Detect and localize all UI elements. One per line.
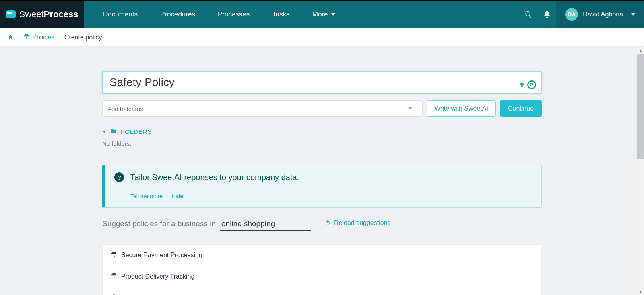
nav-processes[interactable]: Processes [218,10,250,18]
bell-icon[interactable] [538,1,556,28]
umbrella-icon [111,251,117,259]
breadcrumb-home[interactable] [7,34,14,41]
chevron-down-icon [331,13,335,16]
suggestion-label: Secure Payment Processing [121,252,202,259]
continue-button[interactable]: Continue [500,100,542,117]
avatar: DA [565,8,578,21]
breadcrumb-sep: › [58,34,60,40]
top-navbar: SweetProcess Documents Procedures Proces… [0,0,644,28]
nav-documents[interactable]: Documents [103,10,138,18]
suggest-lead: Suggest policies for a business in [102,219,216,228]
chevron-down-icon [408,107,412,110]
teams-placeholder: Add to teams [107,105,143,112]
lightbulb-icon[interactable] [518,81,526,88]
nav-more[interactable]: More [312,10,335,18]
sweetai-headline: Tailor SweetAI reponses to your company … [130,173,299,182]
folders-label: FOLDERS [121,128,152,135]
breadcrumb-current: Create policy [64,34,102,41]
business-type-input[interactable] [220,218,311,231]
umbrella-icon [111,272,117,281]
scroll-thumb[interactable] [637,54,644,159]
suggestion-item[interactable]: Customer Service Response [103,287,541,295]
nav-procedures[interactable]: Procedures [160,10,195,18]
suggestion-item[interactable]: Product Delivery Tracking [103,266,541,287]
page-body: G Add to teams Write with SweetAI Contin… [0,47,644,295]
folders-section: FOLDERS No folders. [102,128,542,147]
policy-title-input[interactable] [109,76,518,89]
chevron-down-icon [631,13,635,16]
nav-links: Documents Procedures Processes Tasks Mor… [84,1,335,28]
user-menu[interactable]: DA David Agbona [556,1,644,28]
title-tools: G [518,80,536,89]
resize-handle-icon[interactable] [535,88,540,92]
brand-icon [6,10,16,18]
grammarly-icon[interactable]: G [527,80,536,89]
scroll-up-icon[interactable]: ▲ [637,47,644,54]
brand-logo[interactable]: SweetProcess [0,1,84,28]
user-name: David Agbona [583,11,623,18]
sweetai-panel: ? Tailor SweetAI reponses to your compan… [102,165,542,208]
suggestion-item[interactable]: Secure Payment Processing [103,245,541,266]
reload-suggestions[interactable]: Reload suggestions [324,219,391,227]
nav-more-label: More [312,10,328,18]
help-icon: ? [114,172,124,182]
brand-text-thin: Sweet [19,9,44,20]
suggestions-list: Secure Payment Processing Product Delive… [102,244,542,295]
scrollbar[interactable]: ▲ ▼ [637,47,644,295]
teams-caret[interactable] [403,101,417,116]
scroll-down-icon[interactable]: ▼ [637,288,644,295]
suggestion-label: Product Delivery Tracking [121,273,194,280]
write-with-sweetai-button[interactable]: Write with SweetAI [427,100,496,117]
teams-select[interactable]: Add to teams [102,100,423,117]
tell-me-more-link[interactable]: Tell me more [130,193,163,199]
breadcrumb-sep: › [18,34,19,40]
reload-label: Reload suggestions [334,219,391,227]
nav-tasks[interactable]: Tasks [272,10,289,18]
chevron-down-icon [102,131,106,133]
folders-toggle[interactable]: FOLDERS [102,128,542,135]
brand-text-bold: Process [44,9,78,20]
folder-icon [110,128,117,135]
nav-right: DA David Agbona [519,1,644,28]
suggest-row: Suggest policies for a business in Reloa… [102,218,542,231]
teams-row: Add to teams Write with SweetAI Continue [102,100,542,117]
breadcrumb-policies[interactable]: Policies [23,33,54,41]
breadcrumb: › Policies › Create policy [0,28,644,47]
policy-title-field[interactable]: G [102,71,542,94]
divider [114,188,532,188]
folders-empty: No folders. [102,140,542,147]
hide-link[interactable]: Hide [171,193,183,199]
search-icon[interactable] [519,1,538,28]
